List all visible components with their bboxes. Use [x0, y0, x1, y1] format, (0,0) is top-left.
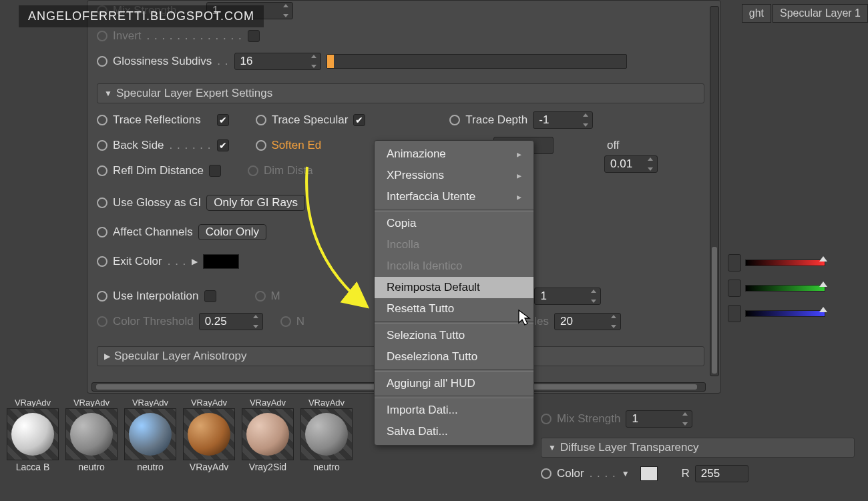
exit-color-label: Exit Color	[113, 255, 162, 268]
ctx-copia[interactable]: Copia	[375, 213, 533, 234]
color-thresh-label: Color Threshold	[113, 315, 194, 328]
cutoff-input-real[interactable]: 0.01	[604, 155, 658, 173]
trace-depth-label: Trace Depth	[465, 113, 527, 127]
affect-ch-dropdown[interactable]: Color Only	[198, 224, 266, 240]
trace-spec-anim[interactable]	[256, 115, 266, 125]
ctx-seleziona-tutto[interactable]: Seleziona Tutto	[375, 325, 533, 346]
cursor-icon	[518, 310, 533, 327]
use-interp-label: Use Interpolation	[113, 290, 199, 303]
soften-edge-label: Soften Ed	[272, 139, 322, 152]
thumb-5[interactable]: VRayAdv neutro	[299, 398, 354, 472]
color-swatch[interactable]	[640, 466, 658, 481]
ctx-reimposta-default[interactable]: Reimposta Default	[375, 277, 533, 298]
use-glossy-dropdown[interactable]: Only for GI Rays	[206, 195, 305, 211]
thumb-3[interactable]: VRayAdv VRayAdv	[182, 398, 236, 472]
tab-weight[interactable]: ght	[742, 4, 771, 23]
refl-dim-anim[interactable]	[97, 165, 107, 176]
section-aniso-label: Specular Layer Anisotropy	[114, 350, 246, 363]
watermark: ANGELOFERRETTI.BLOGSPOT.COM	[19, 5, 264, 27]
context-menu: Animazione▸ XPressions▸ Interfaccia Uten…	[374, 140, 534, 446]
ctx-xpressions[interactable]: XPressions▸	[375, 165, 533, 186]
tabs: ght Specular Layer 1	[742, 4, 868, 23]
r-mix-anim[interactable]	[541, 414, 552, 424]
section-title-label: Specular Layer Expert Settings	[116, 87, 272, 100]
invert-label: Invert	[113, 29, 142, 43]
thumb-0[interactable]: VRayAdv Lacca B	[5, 398, 60, 472]
refl-dim-label: Refl Dim Distance	[113, 164, 204, 177]
ctx-incolla-identico[interactable]: Incolla Identico	[375, 256, 533, 277]
ctx-resetta-tutto[interactable]: Resetta Tutto	[375, 298, 533, 320]
material-thumbnails: VRayAdv Lacca B VRayAdv neutro VRayAdv n…	[5, 398, 354, 472]
max-rate-input[interactable]: 1	[534, 288, 601, 305]
use-interp-anim[interactable]	[97, 291, 107, 302]
gloss-subdivs-input[interactable]: 16	[234, 53, 321, 70]
rgb-sliders	[728, 250, 868, 326]
trace-spec-checkbox[interactable]: ✔	[353, 114, 365, 126]
thumb-2[interactable]: VRayAdv neutro	[123, 398, 178, 472]
soften-edge-anim[interactable]	[256, 140, 266, 151]
tab-specular-layer-1[interactable]: Specular Layer 1	[773, 4, 868, 23]
collapse-icon: ▶	[104, 352, 110, 361]
samples-input[interactable]: 20	[554, 313, 621, 330]
dim-dist-label: Dim Dista	[264, 164, 313, 177]
section-expert-settings[interactable]: ▼ Specular Layer Expert Settings	[97, 83, 704, 103]
trace-spec-label: Trace Specular	[272, 113, 349, 127]
exit-color-anim[interactable]	[97, 256, 107, 267]
gloss-subdivs-slider[interactable]	[327, 54, 627, 69]
ctx-animazione[interactable]: Animazione▸	[375, 143, 533, 165]
section-diffuse-transparency[interactable]: ▼ Diffuse Layer Transparency	[541, 438, 855, 458]
b-spin[interactable]	[728, 305, 741, 322]
scrollbar-thumb[interactable]	[712, 247, 717, 374]
invert-anim-circle[interactable]	[97, 31, 107, 41]
back-side-checkbox[interactable]: ✔	[217, 139, 229, 151]
trace-refl-checkbox[interactable]: ✔	[217, 114, 229, 126]
diffuse-trans-label: Diffuse Layer Transparency	[560, 441, 699, 454]
color-thresh-anim[interactable]	[97, 316, 107, 327]
trace-depth-anim[interactable]	[449, 115, 460, 125]
trace-refl-label: Trace Reflections	[113, 113, 201, 127]
n-anim[interactable]	[280, 316, 291, 327]
expand-icon: ▼	[548, 443, 556, 452]
ctx-interfaccia[interactable]: Interfaccia Utente▸	[375, 186, 533, 207]
use-glossy-label: Use Glossy as GI	[113, 196, 201, 209]
back-side-anim[interactable]	[97, 140, 107, 151]
trace-refl-anim[interactable]	[97, 115, 107, 125]
m-anim[interactable]	[255, 291, 266, 302]
r-slider[interactable]	[745, 260, 825, 266]
ctx-salva-dati[interactable]: Salva Dati...	[375, 421, 533, 442]
r-mix-input[interactable]: 1	[626, 410, 692, 428]
invert-checkbox[interactable]	[248, 30, 260, 42]
exit-color-swatch[interactable]	[203, 254, 239, 269]
dim-dist-anim[interactable]	[248, 165, 258, 176]
ctx-deseleziona-tutto[interactable]: Deseleziona Tutto	[375, 346, 533, 368]
ctx-importa-dati[interactable]: Importa Dati...	[375, 400, 533, 421]
affect-ch-anim[interactable]	[97, 227, 107, 237]
r-color-label: Color	[557, 467, 584, 480]
r-value-input[interactable]: 255	[695, 465, 748, 482]
affect-ch-label: Affect Channels	[113, 225, 193, 239]
gloss-subdivs-anim[interactable]	[97, 56, 107, 67]
r-mix-label: Mix Strength	[557, 412, 620, 426]
color-thresh-input[interactable]: 0.25	[199, 313, 263, 330]
g-slider[interactable]	[745, 285, 825, 292]
use-glossy-anim[interactable]	[97, 197, 107, 208]
right-panel: Mix Strength 1 ▼ Diffuse Layer Transpare…	[541, 407, 855, 486]
ctx-incolla[interactable]: Incolla	[375, 234, 533, 256]
thumb-4[interactable]: VRayAdv Vray2Sid	[240, 398, 295, 472]
g-spin[interactable]	[728, 280, 741, 297]
ctx-aggiungi-hud[interactable]: Aggiungi all' HUD	[375, 373, 533, 394]
r-color-anim[interactable]	[541, 468, 552, 479]
refl-dim-checkbox[interactable]	[209, 165, 221, 177]
use-interp-checkbox[interactable]	[204, 290, 216, 302]
thumb-1[interactable]: VRayAdv neutro	[64, 398, 119, 472]
vertical-scrollbar[interactable]	[710, 6, 719, 376]
trace-depth-input[interactable]: -1	[533, 111, 593, 129]
r-spin[interactable]	[728, 254, 741, 272]
expand-icon: ▼	[104, 89, 112, 98]
back-side-label: Back Side	[113, 139, 164, 152]
gloss-subdivs-label: Glossiness Subdivs	[113, 55, 212, 68]
b-slider[interactable]	[745, 310, 825, 317]
